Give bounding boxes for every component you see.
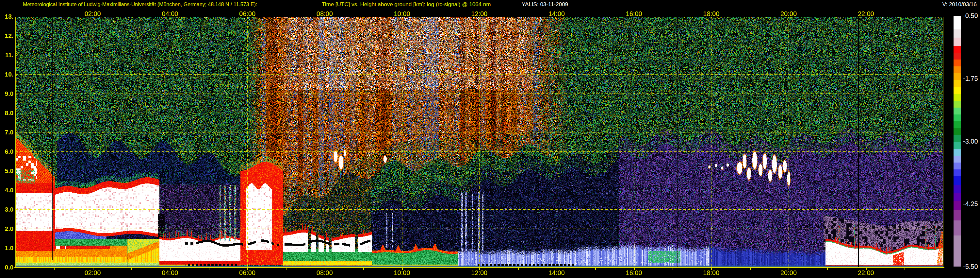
x-axis-tick	[595, 268, 596, 270]
x-axis-tick	[518, 268, 519, 270]
colorbar-block	[953, 163, 961, 169]
colorbar-block	[953, 38, 961, 46]
colorbar-block	[953, 185, 961, 193]
x-axis-tick	[827, 268, 828, 270]
height-label: 7.0	[0, 129, 13, 136]
height-label: 4.0	[0, 187, 13, 194]
colorbar-tick-label: -0.50	[963, 12, 978, 20]
time-label: 02:00	[84, 269, 101, 277]
x-axis-tick	[441, 268, 441, 270]
lidar-heatmap-canvas	[15, 17, 943, 268]
height-label: 6.0	[0, 148, 13, 155]
colorbar-block	[953, 53, 961, 59]
colorbar-block	[953, 235, 961, 267]
colorbar-block	[953, 135, 961, 142]
time-label: 12:00	[471, 269, 487, 277]
colorbar-block	[953, 176, 961, 184]
colorbar-block	[953, 210, 961, 220]
colorbar-block	[953, 108, 961, 115]
time-label: 18:00	[703, 269, 719, 277]
colorbar-block	[953, 80, 961, 87]
colorbar-block	[953, 46, 961, 53]
x-axis-tick	[363, 268, 364, 270]
colorbar-block	[953, 115, 961, 121]
header-institute-title: Meteorological Institute of Ludwig-Maxim…	[23, 1, 257, 8]
time-label: 10:00	[394, 269, 410, 277]
time-label: 22:00	[858, 269, 874, 277]
colorbar-block	[953, 193, 961, 201]
colorbar-block	[953, 128, 961, 135]
colorbar-block	[953, 16, 961, 29]
colorbar-block	[953, 94, 961, 101]
colorbar-block	[953, 169, 961, 176]
height-label: 5.0	[0, 168, 13, 175]
colorbar-block	[953, 149, 961, 156]
height-label: 3.0	[0, 206, 13, 213]
x-axis-tick	[54, 268, 54, 270]
time-label: 20:00	[780, 269, 797, 277]
header-plot-title: Time [UTC] vs. Height above ground [km]:…	[322, 1, 491, 8]
height-label: 10.	[0, 71, 13, 78]
lidar-quicklook-app: Meteorological Institute of Ludwig-Maxim…	[0, 0, 980, 278]
colorbar-block	[953, 142, 961, 149]
colorbar-block	[953, 220, 961, 235]
height-label: 0.0	[0, 264, 13, 271]
x-axis-tick	[286, 268, 286, 270]
height-label: 1.0	[0, 244, 13, 252]
colorbar-block	[953, 201, 961, 210]
time-label: 08:00	[317, 269, 333, 277]
x-axis-tick	[131, 268, 132, 270]
height-label: 9.0	[0, 90, 13, 97]
x-axis-tick	[673, 268, 673, 270]
colorbar-block	[953, 59, 961, 66]
time-label: 06:00	[239, 269, 255, 277]
height-label: 2.0	[0, 225, 13, 233]
colorbar-block	[953, 29, 961, 38]
time-label: 04:00	[162, 269, 178, 277]
colorbar-tick-label: -5.50	[963, 263, 978, 270]
time-label: 16:00	[626, 269, 642, 277]
colorbar-block	[953, 121, 961, 128]
x-axis-tick	[750, 268, 751, 270]
header-instrument-date: YALIS: 03-11-2009	[522, 1, 568, 8]
colorbar-tick-label: -4.25	[963, 200, 978, 208]
height-label: 11.	[0, 52, 13, 59]
colorbar-tick-label: -1.75	[963, 75, 978, 82]
colorbar-block	[953, 101, 961, 108]
colorbar	[953, 16, 961, 267]
height-label: 13.	[0, 13, 13, 20]
height-label: 8.0	[0, 110, 13, 117]
height-label: 12.	[0, 32, 13, 40]
colorbar-block	[953, 156, 961, 163]
colorbar-block	[953, 66, 961, 73]
time-label: 14:00	[549, 269, 565, 277]
colorbar-block	[953, 87, 961, 94]
colorbar-tick-label: -3.00	[963, 138, 978, 145]
header-version: V: 2010/03/16	[942, 1, 977, 8]
x-axis-tick	[905, 268, 905, 270]
colorbar-block	[953, 73, 961, 80]
x-axis-tick	[209, 268, 209, 270]
